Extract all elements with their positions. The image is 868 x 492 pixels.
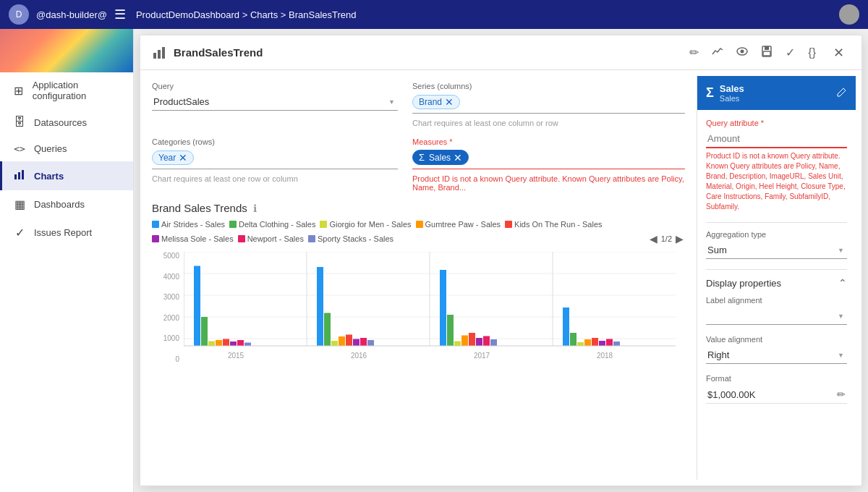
legend-nav: ◀ 1/2 ▶ [648, 233, 685, 245]
sidebar-item-label: Charts [34, 171, 64, 182]
svg-rect-3 [153, 53, 156, 59]
measures-tag-container[interactable]: Σ Sales ✕ [412, 149, 685, 169]
sidebar-item-dashboards[interactable]: ▦ Dashboards [0, 190, 133, 219]
sidebar-item-queries[interactable]: <> Queries [0, 136, 133, 161]
legend-item-1: Delta Clothing - Sales [229, 220, 315, 229]
chart-title-row: Brand Sales Trends ℹ [152, 202, 685, 214]
modal-header: BrandSalesTrend ✏ ✓ {} [140, 35, 861, 70]
rp-aggregation-select-wrapper: Sum Count Average Min Max [706, 242, 847, 259]
measures-label: Measures * [412, 137, 685, 146]
legend-item-0: Air Strides - Sales [152, 220, 225, 229]
chart-type-button[interactable] [707, 43, 728, 63]
series-tag-remove[interactable]: ✕ [445, 97, 454, 107]
svg-text:2015: 2015 [228, 352, 244, 360]
legend-prev-button[interactable]: ◀ [648, 233, 659, 245]
rp-format-edit-button[interactable]: ✏ [837, 389, 846, 400]
series-tag-label: Brand [419, 97, 442, 107]
svg-rect-34 [367, 340, 374, 346]
y-axis: 5000 4000 3000 2000 1000 0 [152, 252, 184, 363]
categories-tag-year[interactable]: Year ✕ [152, 150, 194, 165]
modal-overlay: BrandSalesTrend ✏ ✓ {} [134, 29, 868, 492]
rp-aggregation-select[interactable]: Sum Count Average Min Max [706, 242, 847, 258]
content-area: BrandSalesTrend ✏ ✓ {} [134, 29, 868, 492]
categories-label: Categories (rows) [152, 137, 398, 146]
rp-display-properties-section: Display properties ⌃ [706, 277, 847, 289]
svg-rect-2 [22, 170, 24, 179]
y-label-3000: 3000 [163, 293, 179, 301]
user-avatar[interactable] [839, 4, 859, 25]
svg-rect-45 [577, 342, 584, 346]
series-field: Series (columns) Brand ✕ Chart requires … [412, 82, 685, 127]
legend-dot-4 [505, 221, 512, 228]
query-field: Query ProductSales [152, 82, 398, 127]
measures-tag-sales[interactable]: Σ Sales ✕ [412, 150, 469, 165]
legend-label-7: Sporty Stacks - Sales [318, 234, 393, 243]
rp-value-alignment-select[interactable]: Left Center Right [706, 347, 847, 363]
sidebar-item-datasources[interactable]: 🗄 Datasources [0, 109, 133, 136]
grid-icon: ⊞ [12, 84, 25, 98]
series-tag-brand[interactable]: Brand ✕ [412, 95, 460, 109]
charts-icon [12, 169, 27, 183]
code-button[interactable]: {} [804, 43, 820, 62]
rp-value-alignment-select-wrapper: Left Center Right [706, 347, 847, 364]
svg-rect-44 [570, 333, 576, 346]
svg-rect-28 [324, 313, 331, 347]
dashboard-icon: ▦ [12, 198, 27, 211]
info-icon[interactable]: ℹ [253, 203, 257, 214]
legend-item-4: Kids On The Run - Sales [505, 220, 602, 229]
svg-rect-0 [14, 174, 17, 179]
rp-display-properties-title: Display properties [706, 278, 781, 289]
svg-rect-35 [440, 270, 446, 346]
chart-svg: 2015 2016 2017 2018 [184, 252, 676, 360]
right-panel-body: Query attribute * Product ID is not a kn… [697, 110, 856, 480]
sidebar-item-issues[interactable]: ✓ Issues Report [0, 219, 133, 247]
svg-rect-38 [461, 336, 468, 347]
rp-title: Sales [720, 83, 744, 94]
close-button[interactable]: ✕ [827, 42, 850, 64]
sidebar-item-charts[interactable]: Charts [0, 161, 133, 190]
svg-rect-36 [447, 315, 454, 346]
svg-rect-32 [353, 339, 359, 347]
sidebar-item-label: Application configuration [33, 80, 123, 101]
categories-tag-container[interactable]: Year ✕ [152, 149, 398, 169]
rp-label-alignment-select[interactable]: Left Center Right [706, 308, 847, 324]
svg-rect-47 [592, 338, 598, 346]
sidebar-item-label: Dashboards [34, 199, 85, 210]
preview-button[interactable] [732, 43, 752, 63]
rp-label-alignment-select-wrapper: Left Center Right [706, 308, 847, 325]
legend-label-1: Delta Clothing - Sales [239, 220, 315, 229]
svg-rect-10 [763, 51, 770, 56]
check-button[interactable]: ✓ [781, 43, 799, 62]
chevron-up-icon[interactable]: ⌃ [838, 277, 847, 289]
svg-rect-30 [339, 336, 345, 346]
sigma-icon: Σ [419, 152, 425, 163]
app-logo: D [9, 4, 29, 25]
rp-edit-button[interactable] [837, 87, 847, 100]
series-tag-container[interactable]: Brand ✕ [412, 93, 685, 114]
divider-2 [706, 269, 847, 270]
sidebar-item-app-config[interactable]: ⊞ Application configuration [0, 72, 133, 109]
main-layout: ⊞ Application configuration 🗄 Datasource… [0, 29, 868, 492]
legend-next-button[interactable]: ▶ [674, 233, 685, 245]
svg-rect-31 [346, 335, 352, 347]
rp-query-attr-error: Product ID is not a known Query attribut… [706, 151, 847, 212]
legend-label-2: Giorgio for Men - Sales [329, 220, 411, 229]
sigma-icon: Σ [706, 85, 714, 101]
query-select[interactable]: ProductSales [152, 93, 398, 111]
measures-tag-remove[interactable]: ✕ [454, 153, 462, 163]
svg-rect-24 [230, 342, 237, 346]
edit-button[interactable]: ✏ [685, 43, 703, 62]
rp-query-attr-input[interactable] [706, 130, 847, 148]
categories-tag-remove[interactable]: ✕ [179, 153, 187, 163]
menu-icon[interactable]: ☰ [114, 7, 126, 22]
rp-title-group: Sales Sales [720, 83, 744, 103]
query-select-wrapper: ProductSales [152, 93, 398, 111]
legend-label-3: Gumtree Paw - Sales [425, 220, 501, 229]
svg-rect-39 [469, 333, 475, 346]
legend-item-3: Gumtree Paw - Sales [416, 220, 501, 229]
y-label-5000: 5000 [163, 252, 179, 260]
legend-label-0: Air Strides - Sales [161, 220, 225, 229]
sidebar-item-label: Datasources [34, 117, 87, 128]
measures-tag-label: Sales [429, 153, 451, 163]
save-button[interactable] [757, 43, 777, 63]
